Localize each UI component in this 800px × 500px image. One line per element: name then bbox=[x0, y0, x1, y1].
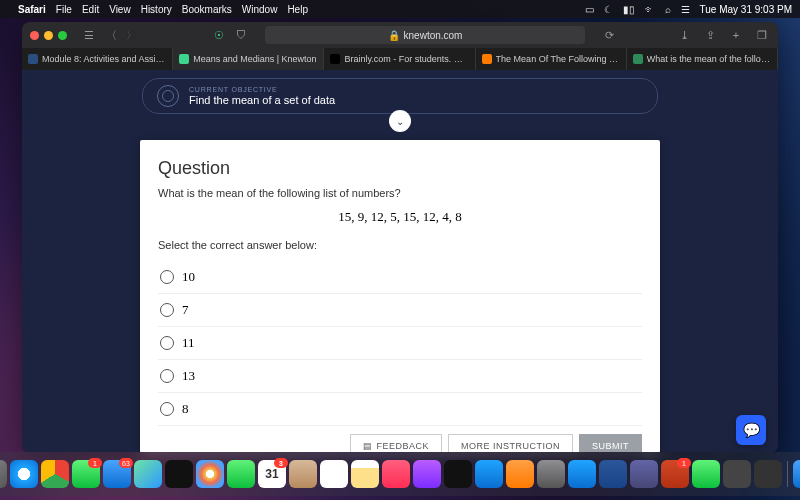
dock-wallet-icon[interactable] bbox=[165, 460, 193, 488]
badge: 1 bbox=[88, 458, 102, 468]
macos-menubar: Safari File Edit View History Bookmarks … bbox=[0, 0, 800, 18]
dock-safari-icon[interactable] bbox=[10, 460, 38, 488]
close-window-button[interactable] bbox=[30, 31, 39, 40]
lock-icon: 🔒 bbox=[388, 30, 400, 41]
fullscreen-window-button[interactable] bbox=[58, 31, 67, 40]
dock-notes-icon[interactable] bbox=[351, 460, 379, 488]
objective-text: Find the mean of a set of data bbox=[189, 94, 335, 106]
search-icon[interactable]: ⌕ bbox=[665, 4, 671, 15]
download-icon[interactable]: ⤓ bbox=[676, 29, 692, 42]
badge: 3 bbox=[274, 458, 288, 468]
wifi-icon[interactable]: ᯤ bbox=[645, 4, 655, 15]
option-label: 10 bbox=[182, 269, 195, 285]
dock-photos-icon[interactable] bbox=[196, 460, 224, 488]
option-label: 7 bbox=[182, 302, 189, 318]
tab-label: The Mean Of The Following Five Num… bbox=[496, 54, 620, 64]
battery-icon[interactable]: ▮▯ bbox=[623, 4, 635, 15]
tab-label: Brainly.com - For students. By studen… bbox=[344, 54, 468, 64]
dock-tv-icon[interactable] bbox=[444, 460, 472, 488]
dock-reminders-icon[interactable] bbox=[320, 460, 348, 488]
tab-label: What is the mean of the following list… bbox=[647, 54, 771, 64]
chat-widget-button[interactable]: 💬 bbox=[736, 415, 766, 445]
option-label: 13 bbox=[182, 368, 195, 384]
answer-option[interactable]: 8 bbox=[158, 393, 642, 425]
dock-music-icon[interactable] bbox=[382, 460, 410, 488]
forward-button[interactable]: 〉 bbox=[123, 28, 139, 43]
option-label: 11 bbox=[182, 335, 195, 351]
browser-tab[interactable]: The Mean Of The Following Five Num… bbox=[476, 48, 627, 70]
browser-tab[interactable]: Means and Medians | Knewton bbox=[173, 48, 324, 70]
answer-option[interactable]: 13 bbox=[158, 360, 642, 393]
dock-settings-icon[interactable] bbox=[537, 460, 565, 488]
dock-teams-icon[interactable] bbox=[630, 460, 658, 488]
privacy-report-icon[interactable]: ☉ bbox=[211, 29, 227, 42]
window-controls bbox=[30, 31, 67, 40]
favicon bbox=[28, 54, 38, 64]
menu-view[interactable]: View bbox=[109, 4, 131, 15]
browser-tab[interactable]: Brainly.com - For students. By studen… bbox=[324, 48, 475, 70]
menu-edit[interactable]: Edit bbox=[82, 4, 99, 15]
speech-icon: ▤ bbox=[363, 441, 373, 451]
minimize-window-button[interactable] bbox=[44, 31, 53, 40]
radio-icon bbox=[160, 303, 174, 317]
control-center-icon[interactable]: ☰ bbox=[681, 4, 690, 15]
dock-word-icon[interactable] bbox=[599, 460, 627, 488]
badge: 1 bbox=[677, 458, 691, 468]
display-icon[interactable]: ▭ bbox=[585, 4, 594, 15]
share-icon[interactable]: ⇪ bbox=[702, 29, 718, 42]
menu-help[interactable]: Help bbox=[287, 4, 308, 15]
dock-maps-icon[interactable] bbox=[134, 460, 162, 488]
submit-button[interactable]: SUBMIT bbox=[579, 434, 642, 453]
page-content: CURRENT OBJECTIVE Find the mean of a set… bbox=[22, 70, 778, 453]
dock-calendar-icon[interactable]: 313 bbox=[258, 460, 286, 488]
tab-label: Means and Medians | Knewton bbox=[193, 54, 316, 64]
menu-file[interactable]: File bbox=[56, 4, 72, 15]
macos-dock: 1633131 bbox=[0, 452, 800, 496]
app-name[interactable]: Safari bbox=[18, 4, 46, 15]
tracker-shield-icon[interactable]: ⛉ bbox=[233, 29, 249, 41]
answer-option[interactable]: 10 bbox=[158, 261, 642, 294]
dock-mail-icon[interactable]: 63 bbox=[103, 460, 131, 488]
dock-app2-icon[interactable] bbox=[754, 460, 782, 488]
dock-download-icon[interactable] bbox=[793, 460, 800, 488]
menu-window[interactable]: Window bbox=[242, 4, 278, 15]
tabs-overview-icon[interactable]: ❐ bbox=[754, 29, 770, 42]
answer-options: 10711138 bbox=[158, 261, 642, 425]
feedback-button[interactable]: ▤FEEDBACK bbox=[350, 434, 442, 453]
browser-tab[interactable]: Module 8: Activities and Assignments… bbox=[22, 48, 173, 70]
answer-option[interactable]: 7 bbox=[158, 294, 642, 327]
dock-appstore-icon[interactable] bbox=[475, 460, 503, 488]
dock-app1-icon[interactable] bbox=[723, 460, 751, 488]
chat-icon: 💬 bbox=[743, 422, 760, 438]
expand-chevron-icon[interactable]: ⌄ bbox=[389, 110, 411, 132]
question-prompt: What is the mean of the following list o… bbox=[158, 187, 642, 199]
dock-chrome-icon[interactable] bbox=[41, 460, 69, 488]
dock-podcasts-icon[interactable] bbox=[413, 460, 441, 488]
dock-launchpad-icon[interactable] bbox=[0, 460, 7, 488]
dock-books-icon[interactable] bbox=[506, 460, 534, 488]
address-bar[interactable]: 🔒 knewton.com bbox=[265, 26, 585, 44]
dock-messages-icon[interactable]: 1 bbox=[72, 460, 100, 488]
menu-bookmarks[interactable]: Bookmarks bbox=[182, 4, 232, 15]
reload-icon[interactable]: ⟳ bbox=[601, 29, 617, 42]
dock-contacts-icon[interactable] bbox=[289, 460, 317, 488]
radio-icon bbox=[160, 270, 174, 284]
dock-powerpoint-icon[interactable]: 1 bbox=[661, 460, 689, 488]
dock-facetime-icon[interactable] bbox=[227, 460, 255, 488]
dock-onedrive-icon[interactable] bbox=[568, 460, 596, 488]
question-card: Question What is the mean of the followi… bbox=[140, 140, 660, 453]
dock-numbers-icon[interactable] bbox=[692, 460, 720, 488]
dnd-icon[interactable]: ☾ bbox=[604, 4, 613, 15]
answer-option[interactable]: 11 bbox=[158, 327, 642, 360]
menu-history[interactable]: History bbox=[141, 4, 172, 15]
sidebar-icon[interactable]: ☰ bbox=[81, 29, 97, 42]
new-tab-icon[interactable]: + bbox=[728, 29, 744, 42]
radio-icon bbox=[160, 369, 174, 383]
radio-icon bbox=[160, 402, 174, 416]
more-instruction-button[interactable]: MORE INSTRUCTION bbox=[448, 434, 573, 453]
menubar-datetime[interactable]: Tue May 31 9:03 PM bbox=[700, 4, 792, 15]
favicon bbox=[633, 54, 643, 64]
browser-tab[interactable]: What is the mean of the following list… bbox=[627, 48, 778, 70]
favicon bbox=[330, 54, 340, 64]
back-button[interactable]: 〈 bbox=[103, 28, 119, 43]
